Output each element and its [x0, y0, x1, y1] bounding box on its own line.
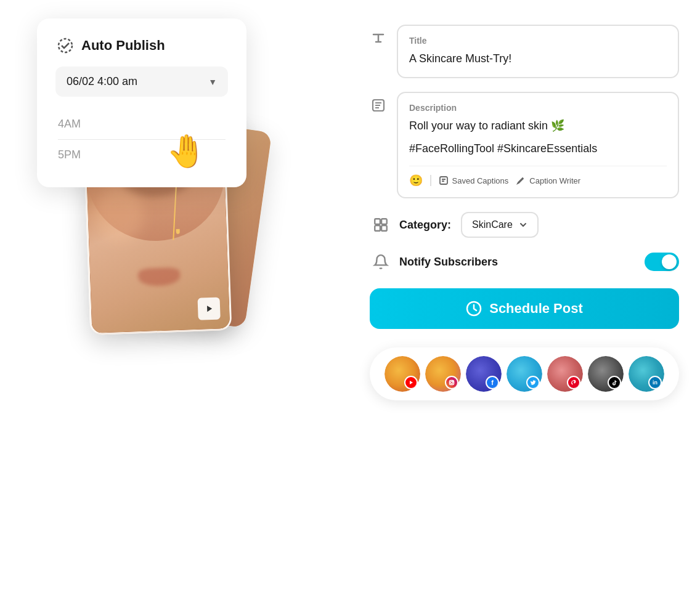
description-toolbar: 🙂 Saved Captions Caption Writer	[409, 166, 667, 187]
svg-point-12	[453, 381, 454, 381]
category-dropdown[interactable]: SkinCare	[461, 212, 539, 238]
svg-point-11	[450, 381, 453, 384]
title-label: Title	[409, 36, 667, 46]
schedule-post-label: Schedule Post	[489, 301, 583, 317]
auto-publish-card: Auto Publish 06/02 4:00 am ▼ 4AM 5PM	[37, 18, 246, 187]
left-side: Auto Publish 06/02 4:00 am ▼ 4AM 5PM 🤚	[37, 18, 333, 187]
svg-rect-4	[375, 219, 380, 224]
svg-rect-5	[381, 219, 387, 224]
auto-publish-icon	[55, 36, 75, 55]
notify-toggle[interactable]	[645, 253, 679, 271]
social-youtube[interactable]	[385, 356, 420, 392]
title-icon-svg	[371, 31, 386, 46]
social-linkedin[interactable]: in	[629, 356, 664, 392]
hand-cursor-icon: 🤚	[166, 132, 206, 170]
youtube-logo	[404, 376, 418, 389]
description-section: Description Roll your way to radiant ski…	[370, 92, 679, 198]
svg-rect-7	[381, 225, 387, 231]
pinterest-logo	[567, 376, 580, 389]
title-section: Title A Skincare Must-Try!	[370, 25, 679, 78]
description-icon	[370, 97, 387, 114]
notify-row: Notify Subscribers	[370, 253, 679, 271]
caption-writer-label: Caption Writer	[529, 176, 580, 185]
title-field[interactable]: Title A Skincare Must-Try!	[397, 25, 679, 78]
emoji-button[interactable]: 🙂	[409, 174, 423, 187]
right-side: Title A Skincare Must-Try! Description R…	[370, 18, 679, 400]
saved-captions-icon	[439, 176, 449, 185]
description-field[interactable]: Description Roll your way to radiant ski…	[397, 92, 679, 198]
svg-rect-6	[375, 225, 380, 231]
category-icon	[372, 216, 389, 233]
play-icon	[198, 298, 221, 320]
notify-icon	[372, 253, 389, 270]
category-dropdown-arrow-icon	[519, 221, 527, 229]
schedule-clock-icon	[466, 301, 482, 317]
datetime-value: 06/02 4:00 am	[67, 75, 137, 88]
description-label: Description	[409, 103, 667, 113]
social-twitter[interactable]	[507, 356, 542, 392]
description-line1: Roll your way to radiant skin 🌿	[409, 118, 667, 134]
svg-marker-9	[410, 381, 413, 384]
svg-marker-1	[207, 306, 212, 312]
saved-captions-button[interactable]: Saved Captions	[439, 176, 509, 185]
schedule-post-button[interactable]: Schedule Post	[370, 288, 679, 329]
category-label: Category:	[399, 219, 451, 232]
twitter-logo	[526, 376, 540, 389]
social-tiktok[interactable]	[588, 356, 624, 392]
category-row: Category: SkinCare	[370, 212, 679, 238]
social-facebook[interactable]: f	[466, 356, 502, 392]
category-value: SkinCare	[472, 219, 513, 230]
notify-label: Notify Subscribers	[399, 256, 635, 269]
main-container: Auto Publish 06/02 4:00 am ▼ 4AM 5PM 🤚	[0, 0, 700, 616]
instagram-logo	[445, 376, 458, 389]
title-icon	[370, 30, 387, 47]
tiktok-logo	[608, 376, 621, 389]
saved-captions-label: Saved Captions	[452, 176, 509, 185]
linkedin-logo: in	[648, 376, 662, 389]
svg-point-0	[59, 39, 72, 52]
social-pinterest[interactable]	[547, 356, 583, 392]
caption-writer-icon	[516, 176, 526, 185]
title-value: A Skincare Must-Try!	[409, 51, 667, 67]
auto-publish-header: Auto Publish	[55, 36, 228, 55]
dropdown-arrow-icon: ▼	[208, 77, 217, 87]
social-platforms-bar: f	[370, 347, 679, 400]
auto-publish-title: Auto Publish	[81, 38, 165, 54]
svg-rect-3	[440, 177, 447, 184]
facebook-logo: f	[486, 376, 499, 389]
caption-writer-button[interactable]: Caption Writer	[516, 176, 580, 185]
description-line2: #FaceRollingTool #SkincareEssentials	[409, 140, 667, 157]
social-instagram[interactable]	[425, 356, 461, 392]
datetime-selector[interactable]: 06/02 4:00 am ▼	[55, 67, 228, 97]
toolbar-divider	[430, 175, 431, 186]
description-value: Roll your way to radiant skin 🌿 #FaceRol…	[409, 118, 667, 157]
